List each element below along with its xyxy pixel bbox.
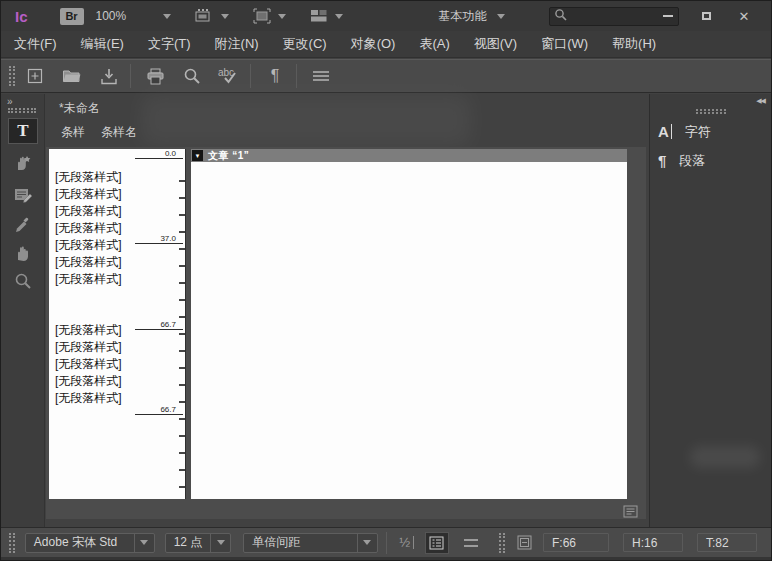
save-button[interactable]: [92, 63, 126, 89]
close-button[interactable]: ✕: [725, 5, 763, 27]
zoom-tool[interactable]: [8, 268, 38, 294]
zoom-level-value: 100%: [96, 9, 127, 23]
minimize-button[interactable]: [649, 5, 687, 27]
chevron-down-icon: [163, 14, 171, 19]
footnote-count: F:66: [543, 533, 609, 552]
maximize-icon: [702, 12, 711, 20]
menu-notes[interactable]: 附注(N): [215, 35, 259, 53]
fraction-icon: ½: [399, 536, 414, 549]
style-row[interactable]: [无段落样式]: [49, 373, 155, 390]
search-icon: [183, 67, 201, 85]
story-editor[interactable]: ▼ 文章 “1”: [191, 149, 627, 499]
toolbar-separator: [130, 64, 131, 88]
incopy-logo: Ic: [15, 8, 28, 25]
style-row[interactable]: [无段落样式]: [49, 169, 155, 186]
menu-window[interactable]: 窗口(W): [541, 35, 588, 53]
story-title: 文章 “1”: [208, 149, 249, 163]
style-row[interactable]: [无段落样式]: [49, 186, 155, 203]
spell-check-button[interactable]: abc: [212, 63, 246, 89]
spell-check-icon: abc: [218, 67, 240, 85]
document-tab[interactable]: *未命名: [59, 100, 100, 117]
leading-select[interactable]: 单倍间距: [243, 533, 377, 553]
arrange-documents-dropdown[interactable]: [310, 9, 343, 23]
open-folder-button[interactable]: [55, 63, 89, 89]
style-row[interactable]: [无段落样式]: [49, 271, 155, 288]
style-row[interactable]: [无段落样式]: [49, 390, 155, 407]
save-icon: [100, 68, 118, 85]
window-controls: ✕: [649, 1, 763, 31]
style-row[interactable]: [无段落样式]: [49, 339, 155, 356]
style-row[interactable]: [无段落样式]: [49, 356, 155, 373]
font-family-select[interactable]: Adobe 宋体 Std: [25, 533, 155, 553]
style-row-gap: [49, 288, 155, 322]
eyedropper-tool[interactable]: [8, 212, 38, 238]
menu-edit[interactable]: 编辑(E): [81, 35, 124, 53]
lines-icon: [463, 538, 479, 548]
word-count-button[interactable]: [513, 532, 537, 554]
font-size-select[interactable]: 12 点: [165, 533, 232, 553]
hand-tool[interactable]: [8, 240, 38, 266]
panel-tab-character[interactable]: A 字符: [658, 118, 766, 145]
close-icon: ✕: [739, 10, 750, 23]
hand-tool-icon: [14, 243, 32, 263]
list-view-icon: [429, 536, 444, 550]
style-row[interactable]: [无段落样式]: [49, 220, 155, 237]
menu-changes[interactable]: 更改(C): [283, 35, 327, 53]
style-row[interactable]: [无段落样式]: [49, 203, 155, 220]
menu-file[interactable]: 文件(F): [14, 35, 57, 53]
new-document-button[interactable]: [18, 63, 52, 89]
list-view-toggle[interactable]: [425, 532, 449, 554]
menu-help[interactable]: 帮助(H): [612, 35, 656, 53]
toolbar-menu-button[interactable]: [304, 63, 338, 89]
menu-object[interactable]: 对象(O): [351, 35, 396, 53]
depth-ruler-ticks: [179, 165, 185, 495]
status-bar-grip[interactable]: [9, 533, 15, 553]
menu-table[interactable]: 表(A): [419, 35, 449, 53]
type-tool[interactable]: T: [8, 118, 38, 144]
style-row-list: [无段落样式] [无段落样式] [无段落样式] [无段落样式] [无段落样式] …: [49, 169, 155, 407]
tool-panel-grip[interactable]: [8, 108, 36, 113]
paragraph-panel-label: 段落: [679, 152, 705, 170]
position-tool-icon: [14, 153, 32, 173]
menu-icon: [312, 70, 330, 82]
print-icon: [146, 68, 165, 85]
maximize-button[interactable]: [687, 5, 725, 27]
workspace-switcher-label: 基本功能: [439, 8, 487, 25]
collapse-panel-icon[interactable]: ◀◀: [756, 97, 765, 105]
toolbar-grip[interactable]: [9, 66, 15, 86]
story-header: ▼ 文章 “1”: [191, 149, 627, 162]
expand-panel-icon[interactable]: »: [7, 96, 12, 107]
search-icon: [554, 7, 567, 25]
workspace-switcher[interactable]: 基本功能: [439, 8, 505, 25]
app-bar: Ic Br 100%: [1, 1, 771, 31]
fraction-toggle[interactable]: ½: [395, 532, 419, 554]
bridge-button[interactable]: Br: [60, 8, 84, 25]
open-folder-icon: [62, 68, 82, 84]
right-dock-panel: ◀◀ A 字符 ¶ 段落: [649, 94, 772, 527]
position-tool[interactable]: [8, 150, 38, 176]
zoom-level-select[interactable]: 100%: [96, 9, 171, 23]
style-row[interactable]: [无段落样式]: [49, 237, 155, 254]
hidden-characters-button[interactable]: ¶: [258, 63, 292, 89]
word-count-icon: [517, 535, 532, 550]
total-count: T:82: [697, 533, 757, 552]
status-bar-grip[interactable]: [499, 533, 505, 553]
view-tab-story[interactable]: 条样名: [101, 124, 137, 141]
leading-value: 单倍间距: [244, 534, 356, 551]
search-button[interactable]: [175, 63, 209, 89]
screen-mode-dropdown[interactable]: [253, 8, 286, 24]
panel-tab-paragraph[interactable]: ¶ 段落: [658, 147, 766, 174]
lines-toggle[interactable]: [459, 532, 483, 554]
menu-type[interactable]: 文字(T): [148, 35, 191, 53]
right-panel-grip[interactable]: [696, 109, 726, 114]
style-row[interactable]: [无段落样式]: [49, 254, 155, 271]
note-tool[interactable]: [8, 182, 38, 208]
view-options-dropdown[interactable]: [195, 8, 229, 24]
menu-bar: 文件(F) 编辑(E) 文字(T) 附注(N) 更改(C) 对象(O) 表(A)…: [1, 31, 771, 58]
menu-view[interactable]: 视图(V): [474, 35, 517, 53]
story-collapse-button[interactable]: ▼: [192, 150, 203, 161]
style-row[interactable]: [无段落样式]: [49, 322, 155, 339]
print-button[interactable]: [138, 63, 172, 89]
story-resize-icon[interactable]: [623, 504, 638, 522]
view-tab-galley[interactable]: 条样: [61, 124, 85, 141]
